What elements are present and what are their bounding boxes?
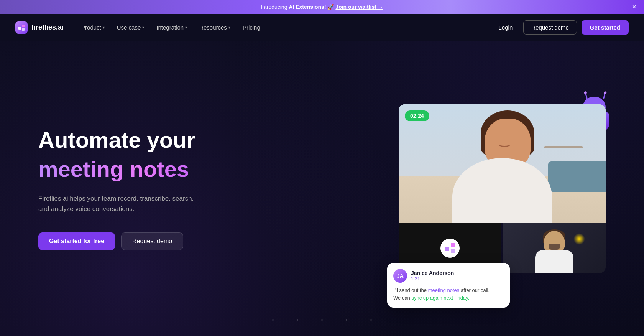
get-started-free-button[interactable]: Get started for free [38,232,115,250]
chevron-down-icon: ▾ [185,25,187,30]
chat-header: JA Janice Anderson 1:21 [393,269,504,283]
nav-links: Product ▾ Use case ▾ Integration ▾ Resou… [76,21,492,34]
chat-bubble: JA Janice Anderson 1:21 I'll send out th… [387,263,510,308]
chevron-down-icon: ▾ [142,25,144,30]
timer-badge: 02:24 [405,110,429,121]
participant-video-panel [503,223,606,273]
announcement-close-button[interactable]: × [632,3,636,10]
svg-rect-3 [445,247,449,251]
svg-rect-4 [451,243,455,247]
logo[interactable]: fireflies.ai [15,21,64,34]
dot-2 [297,319,298,321]
announcement-bar: Introducing AI Extensions! 🚀 Join our wa… [0,0,644,14]
video-person-smile [499,142,510,147]
robot-antenna-ball-right [603,91,607,95]
announcement-link[interactable]: Join our waitlist → [335,4,383,10]
robot-antenna-ball-left [584,91,587,95]
navbar: fireflies.ai Product ▾ Use case ▾ Integr… [0,14,644,41]
dot-4 [346,319,347,321]
dot-3 [321,319,323,321]
hero-subtitle: Fireflies.ai helps your team record, tra… [38,193,245,214]
chat-timestamp: 1:21 [411,276,454,282]
hero-buttons: Get started for free Request demo [38,232,245,250]
hero-section: Automate your meeting notes Fireflies.ai… [0,41,644,336]
chat-message: I'll send out the meeting notes after ou… [393,287,504,301]
notetaker-logo [440,239,460,258]
robot-antenna-left [585,93,588,99]
nav-item-integration[interactable]: Integration ▾ [151,21,192,34]
participant-body [535,250,573,273]
dot-1 [272,319,274,321]
video-shelf [544,146,583,148]
get-started-button[interactable]: Get started [582,20,629,35]
chevron-down-icon: ▾ [103,25,105,30]
svg-rect-2 [22,28,25,31]
dot-grid-decoration [0,319,644,321]
svg-rect-5 [451,249,455,253]
participant-video-scene [503,223,606,273]
svg-rect-0 [18,27,21,30]
announcement-text: Introducing AI Extensions! 🚀 Join our wa… [261,4,383,10]
hero-media: 02:24 JA Janice Anderson 1:21 I'll send … [245,104,606,273]
logo-icon [15,21,28,34]
svg-rect-1 [22,25,25,27]
nav-right: Login Request demo Get started [493,20,629,35]
participant-beard [549,244,560,250]
chat-sender-name: Janice Anderson [411,270,454,276]
main-video-panel: 02:24 [399,104,606,223]
nav-item-usecase[interactable]: Use case ▾ [112,21,150,34]
login-button[interactable]: Login [493,21,519,34]
hero-title-line1: Automate your [38,127,245,153]
robot-antenna-right [603,93,606,99]
chat-user-info: Janice Anderson 1:21 [411,270,454,282]
dot-5 [370,319,372,321]
chat-link-meeting-notes: meeting notes [428,287,460,293]
chat-link-sync: sync up again next Friday. [411,295,469,301]
hero-content: Automate your meeting notes Fireflies.ai… [38,127,245,250]
nav-item-pricing[interactable]: Pricing [237,21,266,34]
video-scene [399,104,606,223]
request-demo-hero-button[interactable]: Request demo [121,232,183,250]
chevron-down-icon: ▾ [228,25,230,30]
video-headboard [548,161,606,192]
chat-avatar: JA [393,269,407,283]
video-container: 02:24 JA Janice Anderson 1:21 I'll send … [399,104,606,273]
bg-light-decoration [573,233,585,245]
nav-item-resources[interactable]: Resources ▾ [194,21,236,34]
hero-title-line2: meeting notes [38,156,245,183]
logo-text: fireflies.ai [31,23,64,31]
nav-item-product[interactable]: Product ▾ [76,21,110,34]
request-demo-button[interactable]: Request demo [523,20,577,35]
